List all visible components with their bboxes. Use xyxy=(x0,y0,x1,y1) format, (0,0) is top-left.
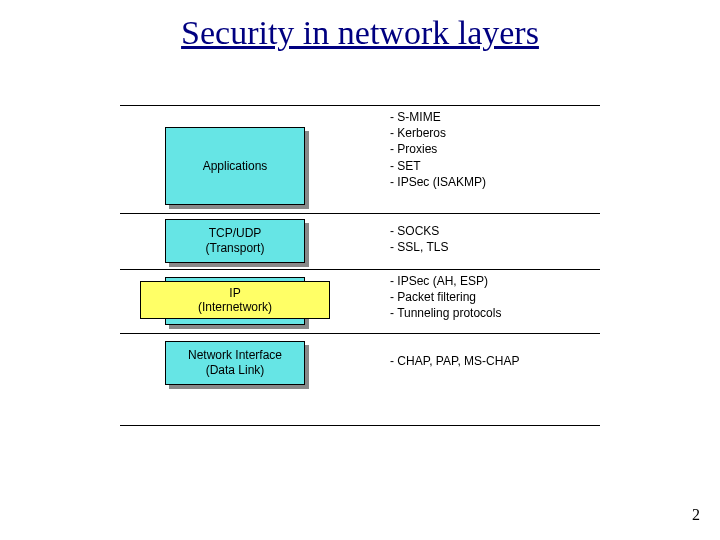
page-number: 2 xyxy=(692,506,700,524)
row-separator xyxy=(120,213,600,214)
layer-box-ip: IP (Internetwork) xyxy=(140,281,330,319)
protocol-item: SOCKS xyxy=(390,223,600,239)
protocol-item: Kerberos xyxy=(390,125,600,141)
row-separator xyxy=(120,333,600,334)
layer-box-applications: Applications xyxy=(165,127,305,205)
layer-name: Network Interface xyxy=(188,348,282,363)
slide-title: Security in network layers xyxy=(0,0,720,52)
layer-subtitle: (Transport) xyxy=(206,241,265,256)
layer-subtitle: (Data Link) xyxy=(206,363,265,378)
layer-box-datalink: Network Interface (Data Link) xyxy=(165,341,305,385)
row-separator xyxy=(120,269,600,270)
layer-box-inner: Applications xyxy=(165,127,305,205)
protocol-item: SET xyxy=(390,158,600,174)
layer-name: TCP/UDP xyxy=(209,226,262,241)
protocol-list-ip: IPSec (AH, ESP) Packet filtering Tunneli… xyxy=(390,273,600,322)
layer-name: Applications xyxy=(203,159,268,174)
protocol-list-transport: SOCKS SSL, TLS xyxy=(390,223,600,255)
layer-name: IP xyxy=(229,286,240,300)
layer-box-transport: TCP/UDP (Transport) xyxy=(165,219,305,263)
protocol-list-applications: S-MIME Kerberos Proxies SET IPSec (ISAKM… xyxy=(390,109,600,190)
layer-box-inner: TCP/UDP (Transport) xyxy=(165,219,305,263)
layer-subtitle: (Internetwork) xyxy=(198,300,272,314)
protocol-item: SSL, TLS xyxy=(390,239,600,255)
protocol-item: Packet filtering xyxy=(390,289,600,305)
diagram-top-border xyxy=(120,105,600,106)
diagram-bottom-border xyxy=(120,425,600,426)
layer-box-inner: Network Interface (Data Link) xyxy=(165,341,305,385)
protocol-item: IPSec (AH, ESP) xyxy=(390,273,600,289)
protocol-item: S-MIME xyxy=(390,109,600,125)
protocol-item: CHAP, PAP, MS-CHAP xyxy=(390,353,600,369)
protocol-item: Proxies xyxy=(390,141,600,157)
protocol-list-datalink: CHAP, PAP, MS-CHAP xyxy=(390,353,600,369)
layers-diagram: Applications S-MIME Kerberos Proxies SET… xyxy=(120,105,600,425)
protocol-item: IPSec (ISAKMP) xyxy=(390,174,600,190)
protocol-item: Tunneling protocols xyxy=(390,305,600,321)
